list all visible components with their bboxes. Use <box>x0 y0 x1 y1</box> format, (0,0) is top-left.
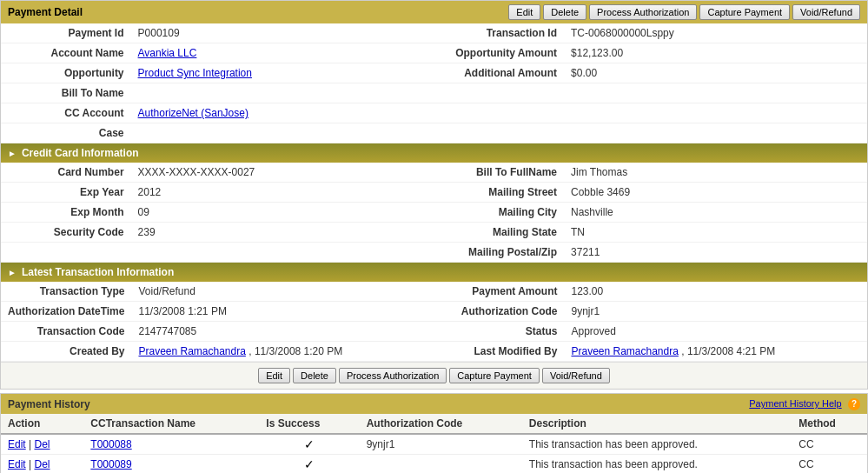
auth-datetime-label: Authorization DateTime <box>1 302 131 322</box>
exp-month-value: 09 <box>131 203 434 223</box>
created-by-date: , 11/3/2008 1:20 PM <box>248 345 342 357</box>
empty-value-1 <box>564 83 867 103</box>
history-row: Edit | Del T000088 ✓ 9ynjr1 This transac… <box>1 434 867 455</box>
top-process-auth-button[interactable]: Process Authorization <box>589 4 697 20</box>
opportunity-amount-label: Opportunity Amount <box>434 43 564 63</box>
security-code-label: Security Code <box>1 223 131 243</box>
col-cc-transaction-name: CCTransaction Name <box>83 414 259 434</box>
bottom-delete-button[interactable]: Delete <box>293 368 336 383</box>
account-name-value: Avankia LLC <box>131 43 434 63</box>
bottom-edit-button[interactable]: Edit <box>258 368 290 383</box>
transaction-type-value: Void/Refund <box>131 282 434 302</box>
last-modified-by-link[interactable]: Praveen Ramachandra <box>571 345 678 357</box>
bottom-button-row: Edit Delete Process Authorization Captur… <box>1 362 867 389</box>
top-delete-button[interactable]: Delete <box>543 4 586 20</box>
bill-to-fullname-value: Jim Thomas <box>564 163 867 183</box>
help-icon[interactable]: ? <box>848 398 860 410</box>
col-description: Description <box>522 414 792 434</box>
mailing-postal-value: 37211 <box>564 243 867 263</box>
opportunity-link[interactable]: Product Sync Integration <box>138 67 252 79</box>
bill-to-name-value <box>131 83 434 103</box>
history-transaction-link-0[interactable]: T000088 <box>90 438 131 450</box>
cc-account-link[interactable]: AuthorizeNet (SanJose) <box>138 107 248 119</box>
account-name-label: Account Name <box>1 43 131 63</box>
additional-amount-label: Additional Amount <box>434 63 564 83</box>
auth-code-label: Authorization Code <box>434 302 565 322</box>
bottom-process-auth-button[interactable]: Process Authorization <box>339 368 447 383</box>
auth-datetime-value: 11/3/2008 1:21 PM <box>131 302 434 322</box>
transaction-id-label: Transaction Id <box>434 23 564 43</box>
status-label: Status <box>434 322 565 342</box>
history-method-0: CC <box>792 434 867 455</box>
exp-month-label: Exp Month <box>1 203 131 223</box>
history-auth-code-0: 9ynjr1 <box>360 434 522 455</box>
created-by-value: Praveen Ramachandra , 11/3/2008 1:20 PM <box>131 342 434 362</box>
case-label: Case <box>1 123 131 143</box>
history-edit-link-0[interactable]: Edit <box>8 438 26 450</box>
mailing-city-label: Mailing City <box>434 203 564 223</box>
created-by-link[interactable]: Praveen Ramachandra <box>138 345 245 357</box>
card-number-value: XXXX-XXXX-XXXX-0027 <box>131 163 434 183</box>
empty-cc-value <box>131 243 434 263</box>
transaction-type-label: Transaction Type <box>1 282 131 302</box>
latest-transaction-title: Latest Transaction Information <box>22 266 174 278</box>
cc-account-label: CC Account <box>1 103 131 123</box>
payment-history-header: Payment History Payment History Help ? <box>1 394 867 414</box>
empty-label-3 <box>434 123 564 143</box>
exp-year-value: 2012 <box>131 183 434 203</box>
opportunity-label: Opportunity <box>1 63 131 83</box>
history-transaction-name-1: T000089 <box>83 455 259 474</box>
empty-label-2 <box>434 103 564 123</box>
top-void-refund-button[interactable]: Void/Refund <box>792 4 860 20</box>
account-name-link[interactable]: Avankia LLC <box>138 47 197 59</box>
additional-amount-value: $0.00 <box>564 63 867 83</box>
history-edit-link-1[interactable]: Edit <box>8 458 26 470</box>
credit-card-title: Credit Card Information <box>22 147 139 159</box>
payment-amount-label: Payment Amount <box>434 282 565 302</box>
created-by-label: Created By <box>1 342 131 362</box>
case-value <box>131 123 434 143</box>
mailing-postal-label: Mailing Postal/Zip <box>434 243 564 263</box>
payment-detail-table: Payment Id P000109 Transaction Id TC-006… <box>1 23 867 143</box>
check-icon: ✓ <box>304 437 315 451</box>
history-is-success-0: ✓ <box>259 434 359 455</box>
history-description-1: This transaction has been approved. <box>522 455 792 474</box>
mailing-state-value: TN <box>564 223 867 243</box>
bottom-void-refund-button[interactable]: Void/Refund <box>542 368 610 383</box>
mailing-street-value: Cobble 3469 <box>564 183 867 203</box>
history-transaction-name-0: T000088 <box>83 434 259 455</box>
latest-transaction-table: Transaction Type Void/Refund Payment Amo… <box>1 282 867 362</box>
latest-transaction-arrow-icon: ► <box>8 268 17 277</box>
mailing-street-label: Mailing Street <box>434 183 564 203</box>
history-del-link-1[interactable]: Del <box>34 458 50 470</box>
top-capture-payment-button[interactable]: Capture Payment <box>699 4 790 20</box>
opportunity-amount-value: $12,123.00 <box>564 43 867 63</box>
history-description-0: This transaction has been approved. <box>522 434 792 455</box>
status-value: Approved <box>564 322 867 342</box>
transaction-id-value: TC-0068000000Lsppy <box>564 23 867 43</box>
transaction-code-label: Transaction Code <box>1 322 131 342</box>
col-action: Action <box>1 414 83 434</box>
payment-amount-value: 123.00 <box>564 282 867 302</box>
card-number-label: Card Number <box>1 163 131 183</box>
history-del-link-0[interactable]: Del <box>34 438 50 450</box>
latest-transaction-section-header: ► Latest Transaction Information <box>1 263 867 282</box>
bottom-capture-payment-button[interactable]: Capture Payment <box>449 368 540 383</box>
last-modified-by-date: , 11/3/2008 4:21 PM <box>681 345 775 357</box>
check-icon: ✓ <box>304 457 315 471</box>
bill-to-name-label: Bill To Name <box>1 83 131 103</box>
empty-value-3 <box>564 123 867 143</box>
credit-card-section-header: ► Credit Card Information <box>1 143 867 163</box>
top-edit-button[interactable]: Edit <box>508 4 540 20</box>
payment-detail-title: Payment Detail <box>8 6 83 18</box>
credit-card-table: Card Number XXXX-XXXX-XXXX-0027 Bill To … <box>1 163 867 263</box>
credit-card-arrow-icon: ► <box>8 149 17 158</box>
history-row: Edit | Del T000089 ✓ This transaction ha… <box>1 455 867 474</box>
history-help-area: Payment History Help ? <box>749 397 860 410</box>
payment-history-help-link[interactable]: Payment History Help <box>749 398 841 409</box>
history-transaction-link-1[interactable]: T000089 <box>90 458 131 470</box>
mailing-state-label: Mailing State <box>434 223 564 243</box>
top-button-group: Edit Delete Process Authorization Captur… <box>508 4 860 20</box>
col-auth-code: Authorization Code <box>360 414 522 434</box>
mailing-city-value: Nashville <box>564 203 867 223</box>
